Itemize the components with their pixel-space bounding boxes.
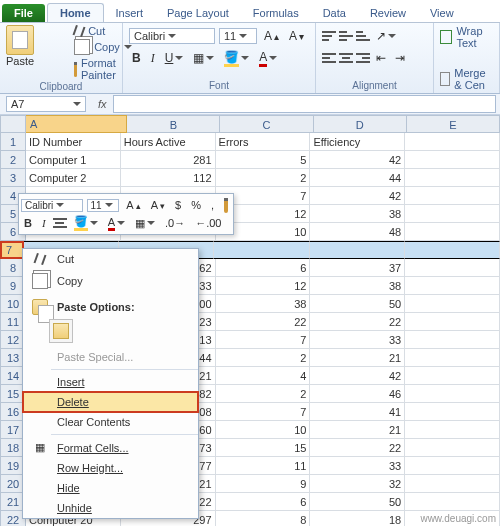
font-name-select[interactable]: Calibri [129, 28, 215, 44]
cell[interactable]: 8 [216, 511, 311, 526]
cell[interactable]: 42 [310, 187, 405, 205]
file-tab[interactable]: File [2, 4, 45, 22]
col-header-E[interactable]: E [407, 115, 500, 133]
cell[interactable]: 5 [216, 151, 311, 169]
name-box[interactable]: A7 [6, 96, 86, 112]
cell[interactable]: 22 [310, 313, 405, 331]
align-left-button[interactable] [322, 53, 336, 63]
col-header-B[interactable]: B [127, 115, 220, 133]
mini-currency[interactable]: $ [172, 199, 184, 211]
cell[interactable]: Computer 1 [26, 151, 121, 169]
cell[interactable] [405, 331, 500, 349]
cell[interactable]: 38 [310, 205, 405, 223]
grow-font-button[interactable]: A▴ [261, 29, 282, 43]
cell[interactable] [405, 259, 500, 277]
cell[interactable]: 32 [310, 475, 405, 493]
font-size-select[interactable]: 11 [219, 28, 257, 44]
mini-font-color[interactable]: A [105, 216, 128, 231]
cell[interactable]: Errors [216, 133, 311, 151]
ctx-copy[interactable]: Copy [23, 269, 198, 293]
cell[interactable] [405, 223, 500, 241]
cell[interactable]: 22 [216, 313, 311, 331]
ctx-insert[interactable]: Insert [23, 372, 198, 392]
cell[interactable] [310, 241, 405, 259]
mini-border[interactable]: ▦ [132, 217, 158, 230]
decrease-indent-button[interactable]: ⇤ [373, 51, 389, 65]
mini-comma[interactable]: , [208, 199, 217, 211]
cell[interactable]: 48 [310, 223, 405, 241]
cell[interactable]: 4 [216, 367, 311, 385]
align-bottom-button[interactable] [356, 31, 370, 41]
cell[interactable]: 22 [310, 439, 405, 457]
formula-bar[interactable] [113, 95, 496, 113]
cell[interactable] [405, 133, 500, 151]
cell[interactable]: 37 [310, 259, 405, 277]
cell[interactable]: 9 [216, 475, 311, 493]
cell[interactable] [405, 295, 500, 313]
fx-icon[interactable]: fx [98, 98, 107, 110]
mini-align-center[interactable] [53, 218, 67, 228]
cell[interactable]: 6 [216, 493, 311, 511]
ctx-format-cells[interactable]: ▦Format Cells... [23, 437, 198, 458]
align-middle-button[interactable] [339, 31, 353, 41]
increase-indent-button[interactable]: ⇥ [392, 51, 408, 65]
tab-page-layout[interactable]: Page Layout [155, 4, 241, 22]
cell[interactable] [214, 241, 309, 259]
cell[interactable]: 6 [216, 259, 311, 277]
mini-increase-decimal[interactable]: ←.00 [192, 217, 224, 229]
cell[interactable]: 44 [310, 169, 405, 187]
cell[interactable] [405, 187, 500, 205]
cell[interactable]: Computer 2 [26, 169, 121, 187]
cell[interactable]: 21 [310, 421, 405, 439]
cell[interactable] [405, 241, 500, 259]
tab-home[interactable]: Home [47, 3, 104, 22]
cell[interactable]: 33 [310, 331, 405, 349]
italic-button[interactable]: I [148, 51, 158, 66]
cell[interactable] [405, 421, 500, 439]
wrap-text-button[interactable]: Wrap Text [440, 25, 493, 49]
cell[interactable]: 38 [216, 295, 311, 313]
cell[interactable]: 46 [310, 385, 405, 403]
row-header-2[interactable]: 2 [0, 151, 26, 169]
ctx-hide[interactable]: Hide [23, 478, 198, 498]
cell[interactable] [405, 403, 500, 421]
cell[interactable] [405, 277, 500, 295]
col-header-C[interactable]: C [220, 115, 313, 133]
cell[interactable] [405, 205, 500, 223]
mini-font-size[interactable]: 11 [87, 199, 120, 212]
cell[interactable]: 10 [216, 421, 311, 439]
cell[interactable]: 281 [121, 151, 216, 169]
mini-format-painter[interactable] [221, 198, 231, 213]
row-header-3[interactable]: 3 [0, 169, 26, 187]
orientation-button[interactable]: ↗ [373, 29, 399, 43]
mini-font-name[interactable]: Calibri [21, 199, 83, 212]
border-button[interactable]: ▦ [190, 51, 217, 65]
ctx-cut[interactable]: Cut [23, 249, 198, 269]
cell[interactable]: 42 [310, 367, 405, 385]
tab-data[interactable]: Data [311, 4, 358, 22]
ctx-delete[interactable]: Delete [23, 392, 198, 412]
font-color-button[interactable]: A [256, 50, 280, 67]
cell[interactable]: Efficiency [310, 133, 405, 151]
cell[interactable] [405, 475, 500, 493]
cell[interactable]: 12 [216, 277, 311, 295]
cell[interactable]: 18 [310, 511, 405, 526]
bold-button[interactable]: B [129, 51, 144, 65]
cell[interactable]: ID Number [26, 133, 121, 151]
cell[interactable]: 2 [216, 349, 311, 367]
merge-center-button[interactable]: Merge & Cen [440, 67, 493, 91]
col-header-D[interactable]: D [314, 115, 407, 133]
ctx-row-height[interactable]: Row Height... [23, 458, 198, 478]
cell[interactable]: Hours Active [121, 133, 216, 151]
tab-insert[interactable]: Insert [104, 4, 156, 22]
row-header-7[interactable]: 7 [0, 241, 24, 259]
cell[interactable]: 112 [121, 169, 216, 187]
underline-button[interactable]: U [162, 51, 187, 65]
cell[interactable]: 2 [216, 169, 311, 187]
cell[interactable]: 50 [310, 295, 405, 313]
cell[interactable] [405, 493, 500, 511]
cell[interactable]: 11 [216, 457, 311, 475]
tab-review[interactable]: Review [358, 4, 418, 22]
cell[interactable]: 41 [310, 403, 405, 421]
mini-decrease-decimal[interactable]: .0→ [162, 217, 188, 229]
